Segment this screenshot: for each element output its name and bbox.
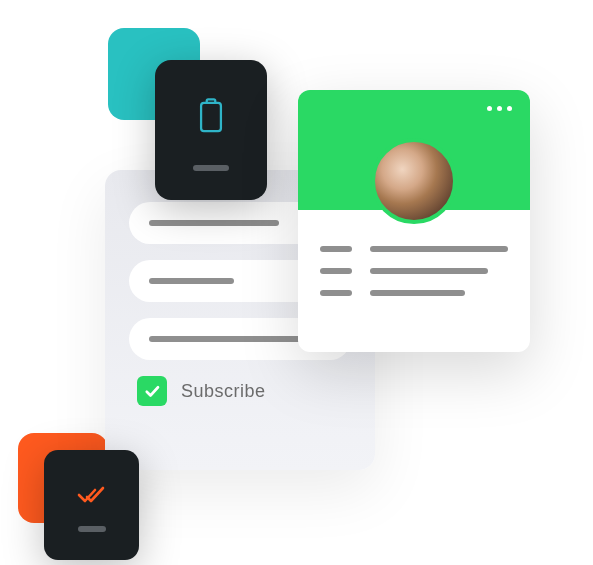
subscribe-row: Subscribe [129, 376, 351, 406]
clipboard-icon [194, 97, 228, 137]
more-dots-icon [507, 106, 512, 111]
more-dots-icon [497, 106, 502, 111]
detail-label-line [320, 290, 352, 296]
subscribe-label: Subscribe [181, 381, 266, 402]
detail-value-line [370, 290, 465, 296]
detail-label-line [320, 268, 352, 274]
more-dots-icon [487, 106, 492, 111]
profile-details [320, 246, 508, 312]
user-avatar[interactable] [371, 138, 457, 224]
illustration-canvas: Subscribe [0, 0, 593, 565]
double-check-card[interactable] [44, 450, 139, 560]
detail-label-line [320, 246, 352, 252]
input-placeholder-line [149, 220, 279, 226]
card-label-placeholder [193, 165, 229, 171]
profile-header [298, 90, 530, 210]
detail-value-line [370, 246, 508, 252]
check-icon [143, 382, 161, 400]
input-placeholder-line [149, 336, 319, 342]
clipboard-card[interactable] [155, 60, 267, 200]
detail-value-line [370, 268, 488, 274]
input-placeholder-line [149, 278, 234, 284]
profile-body [298, 210, 530, 332]
svg-rect-0 [201, 103, 221, 131]
subscribe-checkbox[interactable] [137, 376, 167, 406]
more-menu-button[interactable] [487, 106, 512, 111]
double-check-icon [76, 484, 108, 506]
profile-card [298, 90, 530, 352]
card-label-placeholder [78, 526, 106, 532]
